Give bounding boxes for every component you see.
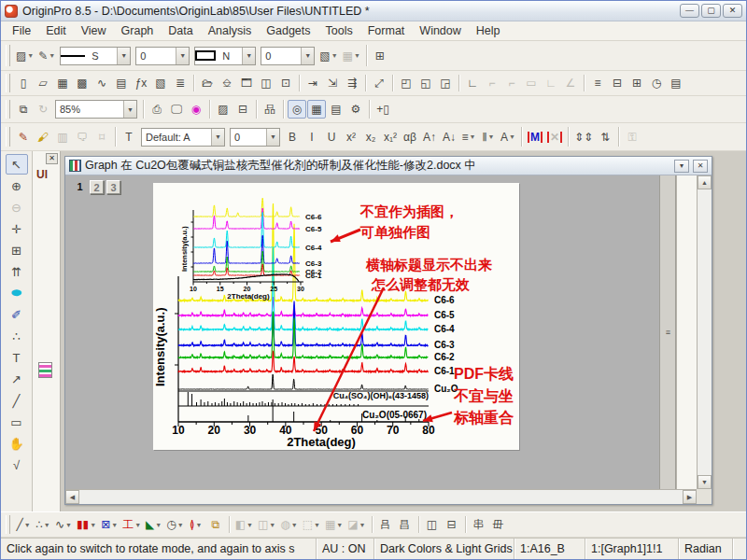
column-plot-button[interactable]: ▮▮▼ (75, 515, 98, 534)
font-tool-button[interactable]: T (120, 128, 138, 147)
edit-mode-button[interactable]: ▨ (214, 100, 233, 119)
quick-help-button[interactable]: ◎ (288, 100, 306, 119)
greek-button[interactable]: αβ (401, 128, 419, 147)
line-color-dropdown-icon[interactable]: ▼ (49, 52, 55, 59)
menu-edit[interactable]: Edit (38, 22, 74, 39)
menu-graph[interactable]: Graph (114, 22, 162, 39)
menu-gadgets[interactable]: Gadgets (259, 22, 317, 39)
bars-3d-dropdown-icon[interactable]: ▼ (269, 522, 275, 528)
distribute-horizontal-button[interactable]: ◫ (423, 515, 442, 534)
layout-four-button[interactable]: ◱ (416, 74, 435, 92)
new-workbook-button[interactable]: ▦ (53, 74, 72, 92)
line-style-dropdown-icon[interactable]: ▼ (117, 48, 130, 64)
vertical-cursor-button[interactable]: ⇅ (596, 128, 614, 147)
slideshow-button[interactable]: 🖵 (167, 100, 186, 119)
template-library-button[interactable]: ⧉ (206, 515, 225, 534)
graph-page[interactable]: 10203040506070802Theta(deg)Intensity(a.u… (153, 183, 519, 450)
menu-analysis[interactable]: Analysis (201, 22, 260, 39)
border-color-combo[interactable]: N▼ (194, 47, 256, 65)
edit-annotation-button[interactable]: ✎ (14, 128, 33, 147)
results-log-button[interactable]: ▦ (307, 100, 326, 119)
vertical-move-button[interactable]: ⇕⇕ (572, 128, 595, 147)
alignment-dropdown-icon[interactable]: ▼ (470, 133, 476, 140)
new-table-button[interactable]: ▤ (667, 74, 685, 92)
close-button[interactable]: ✕ (723, 4, 742, 18)
menu-data[interactable]: Data (161, 22, 200, 39)
axes-left-bottom-button[interactable]: ∟ (463, 74, 482, 92)
special-scatter-button[interactable]: ⊠▼ (99, 515, 120, 534)
area-plot-button[interactable]: ◣▼ (144, 515, 163, 534)
scroll-left-icon[interactable]: ◀ (65, 490, 79, 504)
script-window-button[interactable]: ▤ (327, 100, 345, 119)
stock-plot-button[interactable]: ≬▼ (187, 515, 205, 534)
fill-color-button[interactable]: ▨▼ (14, 47, 35, 65)
equation-tool[interactable]: √ (6, 455, 28, 475)
data-selector-tool[interactable]: ⊞ (6, 240, 28, 260)
wireframe-3d-dropdown-icon[interactable]: ▼ (314, 522, 320, 528)
vertical-text-dropdown-icon[interactable]: ▼ (488, 133, 495, 140)
layer-button-2[interactable]: 2 (90, 180, 104, 194)
pointer-tool[interactable]: ↖ (6, 154, 28, 175)
fill-color-dropdown-icon[interactable]: ▼ (27, 52, 34, 59)
line-symbol-plot-dropdown-icon[interactable]: ▼ (65, 522, 72, 528)
panel-splitter[interactable]: ≡ (659, 175, 676, 489)
scroll-down-icon[interactable]: ▼ (698, 475, 712, 489)
vertical-scrollbar[interactable]: ▲ ▼ (697, 175, 712, 489)
import-multiple-button[interactable]: ⇶ (343, 74, 361, 92)
column-plot-dropdown-icon[interactable]: ▼ (90, 522, 96, 528)
project-explorer-button[interactable]: 品 (261, 100, 279, 119)
fill-pattern-width-dropdown-icon[interactable]: ▼ (301, 48, 314, 64)
toolbar-handle[interactable] (6, 515, 10, 533)
supersubscript-button[interactable]: x₁² (381, 128, 400, 147)
special-scatter-dropdown-icon[interactable]: ▼ (111, 522, 118, 528)
toolbar-handle[interactable] (6, 127, 10, 147)
scroll-up-icon[interactable]: ▲ (698, 175, 712, 189)
rectangle-tool[interactable]: ▭ (6, 412, 28, 432)
border-color-dropdown-icon[interactable]: ▼ (242, 48, 255, 64)
subscript-button[interactable]: x₂ (361, 128, 380, 147)
hatch-pattern-dropdown-icon[interactable]: ▼ (331, 52, 338, 59)
save-project-button[interactable]: ◫ (257, 74, 275, 92)
layout-single-button[interactable]: ◰ (397, 74, 416, 92)
fill-pattern-width-combo[interactable]: 0▼ (261, 47, 315, 65)
draw-data-tool[interactable]: ⬬ (6, 283, 28, 303)
save-template-button[interactable]: ⊡ (276, 74, 295, 92)
import-wizard-button[interactable]: ⇥ (303, 74, 322, 92)
color-fill-button[interactable]: 🖌 (34, 128, 52, 147)
show-margins-button[interactable]: M (526, 128, 544, 147)
print-button[interactable]: ⎙ (148, 100, 166, 119)
font-color-button[interactable]: A▼ (499, 128, 517, 147)
add-color-scale-button[interactable]: ⊞ (627, 74, 646, 92)
text-tool[interactable]: T (6, 347, 28, 368)
line-symbol-plot-button[interactable]: ∿▼ (53, 515, 74, 534)
code-builder-button[interactable]: ⚙ (346, 100, 365, 119)
zoom-level-dropdown-icon[interactable]: ▼ (123, 101, 136, 118)
font-name-dropdown-icon[interactable]: ▼ (211, 129, 224, 146)
duplicate-window-button[interactable]: ⧉ (14, 100, 33, 119)
polar-plot-dropdown-icon[interactable]: ▼ (177, 522, 184, 528)
new-function-button[interactable]: ƒx (132, 74, 150, 92)
graph-window-titlebar[interactable]: Graph 在 Cu2O包覆碱式铜盐核壳型催化剂的研制及催化性能-修改2.doc… (65, 157, 712, 175)
menu-view[interactable]: View (74, 22, 114, 39)
new-project-button[interactable]: ▯ (14, 74, 33, 92)
line-plot-dropdown-icon[interactable]: ▼ (24, 522, 31, 528)
scatter-plot-dropdown-icon[interactable]: ▼ (44, 522, 50, 528)
font-name-combo[interactable]: Default: A▼ (141, 128, 225, 147)
menu-tools[interactable]: Tools (318, 22, 360, 39)
surface-3d-dropdown-icon[interactable]: ▼ (247, 522, 253, 528)
screen-reader-tool[interactable]: ⇈ (6, 261, 28, 282)
line-tool[interactable]: ╱ (6, 390, 28, 411)
box-chart-button[interactable]: 工▼ (120, 515, 143, 534)
bold-button[interactable]: B (283, 128, 302, 147)
hatch-pattern-button[interactable]: ▧▼ (317, 47, 339, 65)
mask-tool[interactable]: ✐ (6, 304, 28, 325)
layer-arrange-button[interactable]: ⊟ (233, 100, 252, 119)
menu-file[interactable]: File (5, 22, 38, 39)
zoom-level-combo[interactable]: 85%▼ (55, 100, 137, 119)
font-size-combo[interactable]: 0▼ (230, 128, 280, 147)
graph-thumbnail-icon[interactable] (38, 362, 52, 378)
font-color-dropdown-icon[interactable]: ▼ (509, 133, 515, 140)
align-top-edges-button[interactable]: 昌 (396, 515, 415, 534)
menu-format[interactable]: Format (360, 22, 413, 39)
import-ascii-button[interactable]: ⇲ (323, 74, 342, 92)
